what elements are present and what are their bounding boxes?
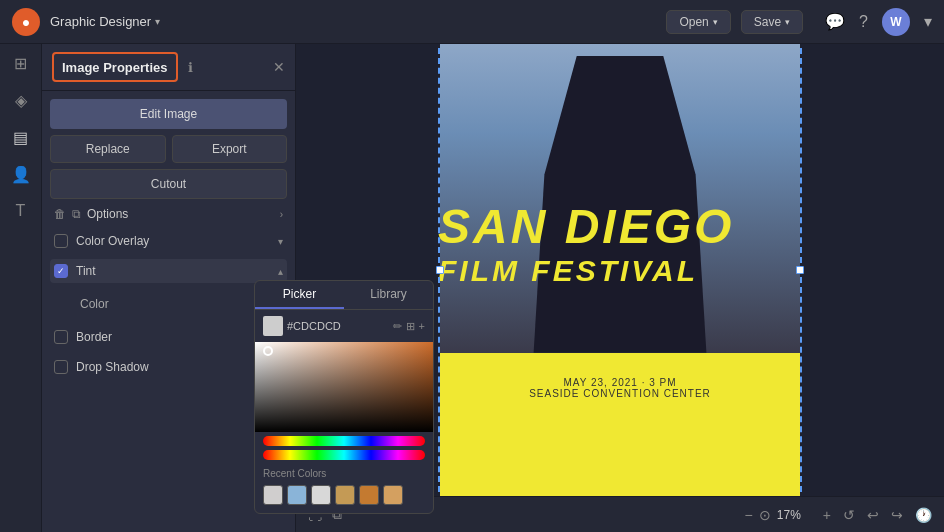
tab-library[interactable]: Library [344,281,433,309]
tab-picker[interactable]: Picker [255,281,344,309]
edit-image-button[interactable]: Edit Image [50,99,287,129]
recent-swatch-5[interactable] [359,485,379,505]
recent-swatch-1[interactable] [263,485,283,505]
hex-input[interactable]: #CDCDCD [287,320,389,332]
picker-tabs: Picker Library [255,281,433,310]
app-name-group[interactable]: Graphic Designer ▾ [50,14,160,29]
iconbar-layers[interactable]: ◈ [15,91,27,110]
options-label: Options [87,207,274,221]
tint-checkbox[interactable] [54,264,68,278]
border-row: Border ▾ [50,325,287,349]
gradient-cursor[interactable] [263,346,273,356]
zoom-out-button[interactable]: − [745,507,753,523]
panel-header: Image Properties ℹ ✕ [42,44,295,91]
cutout-button[interactable]: Cutout [50,169,287,199]
recent-swatch-2[interactable] [287,485,307,505]
recent-swatch-4[interactable] [335,485,355,505]
refresh-icon[interactable]: ↺ [843,507,855,523]
recent-colors-label: Recent Colors [255,466,433,481]
yellow-area [440,353,800,496]
iconbar-home[interactable]: ⊞ [14,54,27,73]
options-chevron-icon[interactable]: › [280,209,283,220]
zoom-in-button[interactable]: + [823,507,831,523]
design-venue: SEASIDE CONVENTION CENTER [529,388,711,399]
help-icon[interactable]: ? [859,13,868,31]
recent-swatch-6[interactable] [383,485,403,505]
save-button[interactable]: Save ▾ [741,10,803,34]
export-button[interactable]: Export [172,135,288,163]
color-sub-row: Color [50,289,287,319]
replace-export-row: Replace Export [50,135,287,163]
redo-icon[interactable]: ↪ [891,507,903,523]
topbar: ● Graphic Designer ▾ Open ▾ Save ▾ 💬 ? W… [0,0,944,44]
tint-row: Tint ▴ [50,259,287,283]
zoom-level: 17% [777,508,801,522]
options-row: 🗑 ⧉ Options › [50,205,287,223]
hex-row: #CDCDCD ✏ ⊞ + [255,310,433,342]
grid-icon[interactable]: ⊞ [406,320,415,333]
design-date: MAY 23, 2021 · 3 PM [529,377,711,388]
border-checkbox[interactable] [54,330,68,344]
color-sub-label: Color [80,297,249,311]
open-button[interactable]: Open ▾ [666,10,730,34]
photo-area [440,44,800,353]
drop-shadow-checkbox[interactable] [54,360,68,374]
panel-title: Image Properties [62,60,168,75]
zoom-display: − ⊙ 17% [745,507,801,523]
panel-title-box: Image Properties [52,52,178,82]
info-icon[interactable]: ℹ [188,60,193,75]
color-overlay-row: Color Overlay ▾ [50,229,287,253]
recent-swatch-3[interactable] [311,485,331,505]
bottom-right-icons: + ↺ ↩ ↪ 🕐 [823,507,932,523]
design-canvas: SAN DIEGO FILM FESTIVAL MAY 23, 2021 · 3… [440,44,800,496]
color-overlay-chevron-icon[interactable]: ▾ [278,236,283,247]
iconbar-text[interactable]: T [16,202,26,220]
save-chevron-icon: ▾ [785,17,790,27]
tint-label: Tint [76,264,270,278]
app-name-chevron[interactable]: ▾ [155,16,160,27]
duplicate-icon[interactable]: ⧉ [72,207,81,221]
design-date-venue: MAY 23, 2021 · 3 PM SEASIDE CONVENTION C… [529,377,711,399]
color-overlay-label: Color Overlay [76,234,270,248]
zoom-fit-button[interactable]: ⊙ [759,507,771,523]
history-icon[interactable]: 🕐 [915,507,932,523]
headline-line2: FILM FESTIVAL [438,254,734,287]
gradient-area[interactable] [255,342,433,432]
drop-shadow-label: Drop Shadow [76,360,270,374]
border-label: Border [76,330,270,344]
headline-line1: SAN DIEGO [438,201,734,254]
app-logo[interactable]: ● [12,8,40,36]
hex-swatch[interactable] [263,316,283,336]
app-name-label: Graphic Designer [50,14,151,29]
undo-icon[interactable]: ↩ [867,507,879,523]
design-headline: SAN DIEGO FILM FESTIVAL [438,201,734,287]
drop-shadow-row: Drop Shadow ▾ [50,355,287,379]
color-picker-popup: Picker Library #CDCDCD ✏ ⊞ + Recent Colo… [254,280,434,514]
hue-bar[interactable] [263,436,425,446]
replace-button[interactable]: Replace [50,135,166,163]
delete-icon[interactable]: 🗑 [54,207,66,221]
recent-swatches [255,481,433,513]
close-icon[interactable]: ✕ [273,59,285,75]
account-chevron-icon[interactable]: ▾ [924,12,932,31]
chat-icon[interactable]: 💬 [825,12,845,31]
add-icon[interactable]: + [419,320,425,332]
eyedropper-icon[interactable]: ✏ [393,320,402,333]
avatar[interactable]: W [882,8,910,36]
opacity-bar[interactable] [263,450,425,460]
open-chevron-icon: ▾ [713,17,718,27]
iconbar-users[interactable]: 👤 [11,165,31,184]
tint-chevron-icon[interactable]: ▴ [278,266,283,277]
color-overlay-checkbox[interactable] [54,234,68,248]
iconbar-properties[interactable]: ▤ [13,128,28,147]
photo-simulation [440,44,800,353]
icon-bar: ⊞ ◈ ▤ 👤 T [0,44,42,532]
